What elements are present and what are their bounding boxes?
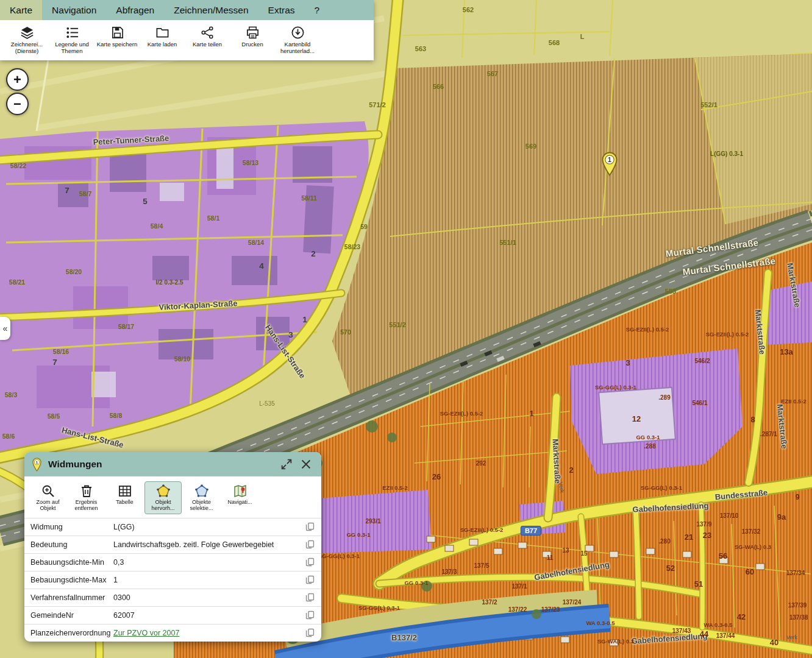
karte-laden-button[interactable]: Karte laden	[140, 24, 184, 55]
panel-toolbar: Zoom auf ObjektErgebnis entfernenTabelle…	[24, 476, 321, 518]
menu-item-extras[interactable]: Extras	[258, 0, 305, 20]
trash-icon	[79, 484, 94, 498]
copy-icon	[305, 522, 315, 532]
tool-label: Kartenbild herunterlad...	[276, 41, 319, 55]
copy-value-button[interactable]	[302, 557, 318, 567]
tool-label: Karte laden	[148, 41, 177, 48]
pzvo-link[interactable]: Zur PZVO vor 2007	[113, 629, 179, 637]
attribute-row: WidmungL(GG)	[24, 518, 321, 536]
tool-label: Karte teilen	[193, 41, 222, 48]
drucken-button[interactable]: Drucken	[230, 24, 274, 55]
zoom-controls: + −	[6, 68, 29, 115]
zoom-in-button[interactable]: +	[6, 68, 29, 91]
attribute-key: Bebauungsdichte-Max	[30, 576, 113, 584]
attribute-row: Bebauungsdichte-Min0,3	[24, 553, 321, 571]
panel-tool-ergebnis-entfernen[interactable]: Ergebnis entfernen	[68, 481, 105, 514]
menu-bar: KarteNavigationAbfragenZeichnen/MessenEx…	[0, 0, 374, 20]
attribute-key: Planzeichenverordnung	[30, 629, 113, 637]
attribute-value: Landwirtschaftsgeb. zeitl. Folge Gewerbe…	[113, 540, 302, 549]
polygon-highlight-icon	[156, 484, 171, 498]
menu-item-navigation[interactable]: Navigation	[42, 0, 106, 20]
attribute-key: Verfahrensfallnummer	[30, 593, 113, 602]
panel-tool-objekte-selektieren[interactable]: Objekte selektie...	[183, 481, 220, 514]
save-icon	[110, 26, 124, 40]
panel-tool-tabelle[interactable]: Tabelle	[106, 481, 143, 514]
panel-marker-number: 1	[36, 459, 38, 464]
tool-label: Zeichnerei... (Dienste)	[5, 41, 49, 55]
marker-icon: 1	[32, 458, 42, 472]
panel-tool-navigation[interactable]: Navigati...	[221, 481, 258, 514]
copy-value-button[interactable]	[302, 592, 318, 603]
attribute-value: L(GG)	[113, 523, 302, 531]
attribute-row: Verfahrensfallnummer0300	[24, 589, 321, 606]
tool-label: Legende und Themen	[50, 41, 94, 55]
panel-tool-zoom-auf-objekt[interactable]: Zoom auf Objekt	[29, 481, 66, 514]
download-icon	[291, 26, 305, 40]
panel-tool-label: Tabelle	[116, 500, 134, 506]
marker-number: 1	[608, 156, 611, 163]
copy-icon	[305, 628, 315, 638]
panel-tool-label: Objekte selektie...	[184, 500, 219, 512]
menu-item-zeichnen-messen[interactable]: Zeichnen/Messen	[164, 0, 258, 20]
copy-value-button[interactable]	[302, 522, 318, 532]
dienste-button[interactable]: Zeichnerei... (Dienste)	[5, 24, 49, 55]
attribute-value: 1	[113, 576, 302, 584]
attribute-value: 0300	[113, 593, 302, 602]
copy-icon	[305, 539, 315, 550]
copy-value-button[interactable]	[302, 575, 318, 585]
panel-tool-label: Objekt hervorh...	[146, 500, 180, 512]
attribute-row: Bebauungsdichte-Max1	[24, 571, 321, 589]
table-icon	[118, 484, 132, 498]
attribute-key: GemeindeNr	[30, 611, 113, 620]
legend-icon	[65, 26, 79, 40]
attribute-value: 62007	[113, 611, 302, 620]
legende-button[interactable]: Legende und Themen	[50, 24, 94, 55]
karte-speichern-button[interactable]: Karte speichern	[95, 24, 139, 55]
close-panel-button[interactable]	[299, 458, 313, 471]
main-toolbar: Zeichnerei... (Dienste)Legende und Theme…	[0, 20, 374, 60]
expand-panel-button[interactable]	[280, 458, 293, 471]
attribute-row: GemeindeNr62007	[24, 606, 321, 624]
navigate-icon	[233, 484, 248, 498]
zoom-object-icon	[41, 484, 55, 498]
kartenbild-button[interactable]: Kartenbild herunterlad...	[276, 24, 319, 55]
panel-tool-objekt-hervorheben[interactable]: Objekt hervorh...	[144, 481, 182, 514]
attribute-value: Zur PZVO vor 2007	[113, 629, 302, 637]
app-bar: KarteNavigationAbfragenZeichnen/MessenEx…	[0, 0, 374, 60]
attribute-key: Widmung	[30, 523, 113, 531]
menu-item-karte[interactable]: Karte	[0, 0, 42, 20]
panel-header: 1 Widmungen	[24, 452, 321, 476]
copy-value-button[interactable]	[302, 628, 318, 638]
attribute-row: BedeutungLandwirtschaftsgeb. zeitl. Folg…	[24, 536, 321, 553]
sidebar-collapse-handle[interactable]: «	[0, 317, 10, 340]
menu-item-hilfe[interactable]: ?	[305, 0, 330, 20]
folder-icon	[155, 26, 169, 40]
widmungen-panel: 1 Widmungen Zoom auf ObjektErgebnis entf…	[24, 452, 321, 642]
copy-icon	[305, 575, 315, 585]
zoom-out-button[interactable]: −	[6, 93, 29, 115]
copy-value-button[interactable]	[302, 539, 318, 550]
print-icon	[246, 26, 260, 40]
copy-value-button[interactable]	[302, 610, 318, 620]
attribute-row: PlanzeichenverordnungZur PZVO vor 2007	[24, 624, 321, 642]
attribute-value: 0,3	[113, 558, 302, 567]
panel-title: Widmungen	[48, 459, 274, 470]
tool-label: Drucken	[241, 41, 263, 48]
attribute-table: WidmungL(GG)BedeutungLandwirtschaftsgeb.…	[24, 518, 321, 642]
menu-item-abfragen[interactable]: Abfragen	[106, 0, 164, 20]
panel-tool-label: Navigati...	[227, 500, 252, 506]
attribute-key: Bebauungsdichte-Min	[30, 558, 113, 567]
share-icon	[201, 26, 215, 40]
layers-icon	[20, 26, 34, 40]
polygon-select-icon	[194, 484, 209, 498]
attribute-key: Bedeutung	[30, 540, 113, 549]
result-marker-pin[interactable]: 1	[600, 152, 619, 179]
tool-label: Karte speichern	[97, 41, 138, 48]
karte-teilen-button[interactable]: Karte teilen	[185, 24, 229, 55]
copy-icon	[305, 592, 315, 603]
panel-tool-label: Zoom auf Objekt	[30, 500, 65, 512]
panel-tool-label: Ergebnis entfernen	[69, 500, 104, 512]
copy-icon	[305, 610, 315, 620]
copy-icon	[305, 557, 315, 567]
